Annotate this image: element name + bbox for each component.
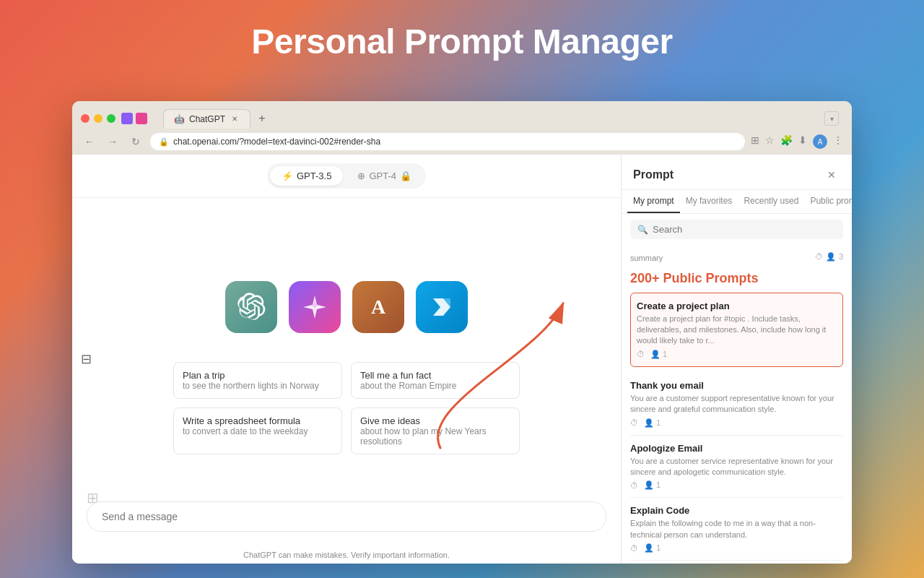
prompt-panel: Prompt ✕ My prompt My favorites Recently… <box>621 155 852 564</box>
traffic-lights <box>81 114 116 123</box>
new-tab-btn[interactable]: + <box>252 108 272 129</box>
window-control[interactable]: ▾ <box>824 111 839 126</box>
back-btn[interactable]: ← <box>81 133 98 150</box>
browser-action-icons: ⊞ ☆ 🧩 ⬇ A ⋮ <box>751 134 843 149</box>
prompt-item-title: Thank you email <box>630 380 843 391</box>
prompt-card-trip[interactable]: Plan a trip to see the northern lights i… <box>173 362 342 399</box>
bookmark-icon[interactable]: ☆ <box>765 134 775 149</box>
gpt4-icon: ⊕ <box>357 171 365 181</box>
reader-icon[interactable]: ⊞ <box>751 134 759 149</box>
tab-public-prompt[interactable]: Public prompt <box>804 190 852 213</box>
page-title-section: Personal Prompt Manager <box>0 0 924 76</box>
anthropic-app-icon: A <box>352 281 404 333</box>
user-icon: 👤 1 <box>650 350 667 359</box>
clock-icon: ⏱ <box>630 418 638 427</box>
browser-addressbar: ← → ↻ 🔒 chat.openai.com/?model=text-davi… <box>72 129 852 155</box>
chatgpt-header: ⊟ ⚡ GPT-3.5 ⊕ GPT-4 🔒 <box>72 155 621 198</box>
prompt-item-meta: ⏱ 👤 1 <box>630 418 843 428</box>
message-input[interactable] <box>87 501 606 532</box>
section-user-icon: 👤 <box>826 252 836 262</box>
url-text: chat.openai.com/?model=text-davinci-002#… <box>173 137 380 147</box>
prompt-item-project-plan[interactable]: Create a project plan Create a project p… <box>630 293 843 367</box>
page-title: Personal Prompt Manager <box>0 22 924 61</box>
prompt-item-desc: You are a customer service representativ… <box>630 456 843 478</box>
profile-icon[interactable]: A <box>813 134 827 149</box>
gpt35-tab[interactable]: ⚡ GPT-3.5 <box>270 166 343 186</box>
prompt-cards-row-2: Write a spreadsheet formula to convert a… <box>173 407 520 454</box>
maximize-traffic-light[interactable] <box>107 114 116 123</box>
prompt-item-desc: Create a project plan for #topic . Inclu… <box>637 314 837 347</box>
prompt-close-btn[interactable]: ✕ <box>823 166 840 184</box>
ext-icon-1 <box>121 113 133 124</box>
clock-icon: ⏱ <box>630 481 638 490</box>
prompt-search-container: 🔍 <box>622 214 852 245</box>
browser-tabs: 🤖 ChatGPT ✕ + <box>163 108 272 129</box>
search-input[interactable] <box>653 224 836 235</box>
browser-chrome: 🤖 ChatGPT ✕ + ▾ ← → ↻ 🔒 chat.openai.com/… <box>72 101 852 155</box>
prompt-cards-section: Plan a trip to see the northern lights i… <box>173 362 520 463</box>
prompt-panel-header: Prompt ✕ <box>622 155 852 190</box>
prompt-item-apologize[interactable]: Apologize Email You are a customer servi… <box>630 436 843 499</box>
public-prompts-badge: 200+ Public Prompts <box>630 268 843 293</box>
minimize-traffic-light[interactable] <box>94 114 103 123</box>
tab-my-favorites[interactable]: My favorites <box>680 190 738 213</box>
prompt-item-title: Explain Code <box>630 505 843 516</box>
user-icon: 👤 1 <box>644 418 661 428</box>
chatgpt-footer: ChatGPT can make mistakes. Verify import… <box>72 546 621 564</box>
clock-icon: ⏱ <box>637 350 645 358</box>
menu-icon[interactable]: ⋮ <box>833 134 843 149</box>
user-icon: 👤 1 <box>644 543 661 553</box>
gemini-app-icon <box>289 281 341 333</box>
search-icon: 🔍 <box>637 225 648 235</box>
tab-close-btn[interactable]: ✕ <box>230 114 240 124</box>
app-icons-row: A <box>225 281 468 333</box>
browser-content: ⊟ ⚡ GPT-3.5 ⊕ GPT-4 🔒 <box>72 155 852 564</box>
gpt4-tab[interactable]: ⊕ GPT-4 🔒 <box>346 166 423 186</box>
section-clock-icon: ⏱ <box>815 252 823 261</box>
prompt-item-thank-you[interactable]: Thank you email You are a customer suppo… <box>630 373 843 436</box>
prompt-list: summary ⏱ 👤 3 200+ Public Prompts Create… <box>622 245 852 564</box>
gpt4-lock-icon: 🔒 <box>400 171 411 181</box>
chatgpt-body: A Plan a trip to see the northe <box>72 198 621 546</box>
chatgpt-main: ⊟ ⚡ GPT-3.5 ⊕ GPT-4 🔒 <box>72 155 621 564</box>
tab-my-prompt[interactable]: My prompt <box>627 190 680 213</box>
chatgpt-tab[interactable]: 🤖 ChatGPT ✕ <box>163 109 250 129</box>
model-selector: ⚡ GPT-3.5 ⊕ GPT-4 🔒 <box>267 163 426 189</box>
close-traffic-light[interactable] <box>81 114 90 123</box>
user-icon: 👤 1 <box>644 480 661 490</box>
section-count: 3 <box>839 252 843 261</box>
lock-icon: 🔒 <box>159 137 169 147</box>
section-row: summary ⏱ 👤 3 <box>630 245 843 268</box>
search-input-wrapper: 🔍 <box>630 220 843 239</box>
tab-favicon: 🤖 <box>174 114 185 124</box>
refresh-btn[interactable]: ↻ <box>127 133 144 150</box>
clock-icon: ⏱ <box>630 544 638 553</box>
azure-app-icon <box>416 281 468 333</box>
prompt-item-desc: Explain the following code to me in a wa… <box>630 518 843 540</box>
gpt35-icon: ⚡ <box>282 171 293 181</box>
prompt-card-spreadsheet[interactable]: Write a spreadsheet formula to convert a… <box>173 407 342 454</box>
browser-window: 🤖 ChatGPT ✕ + ▾ ← → ↻ 🔒 chat.openai.com/… <box>72 101 852 564</box>
prompt-card-ideas[interactable]: Give me ideas about how to plan my New Y… <box>351 407 520 454</box>
prompt-item-meta: ⏱ 👤 1 <box>630 480 843 490</box>
prompt-card-funfact[interactable]: Tell me a fun fact about the Roman Empir… <box>351 362 520 399</box>
prompt-item-desc: You are a customer support representativ… <box>630 393 843 415</box>
tab-title: ChatGPT <box>189 114 225 124</box>
ext-icon-2 <box>136 113 147 124</box>
prompt-cards-row-1: Plan a trip to see the northern lights i… <box>173 362 520 399</box>
browser-titlebar: 🤖 ChatGPT ✕ + ▾ <box>72 101 852 129</box>
tab-recently-used[interactable]: Recently used <box>738 190 804 213</box>
forward-btn[interactable]: → <box>104 133 121 150</box>
prompt-item-meta: ⏱ 👤 1 <box>637 350 837 359</box>
footer-text: ChatGPT can make mistakes. Verify import… <box>243 551 450 559</box>
address-bar[interactable]: 🔒 chat.openai.com/?model=text-davinci-00… <box>150 133 745 150</box>
prompt-item-title: Apologize Email <box>630 443 843 454</box>
extensions-icon[interactable]: 🧩 <box>780 134 793 149</box>
gpt35-label: GPT-3.5 <box>297 171 331 181</box>
prompt-item-explain-code[interactable]: Explain Code Explain the following code … <box>630 498 843 561</box>
tab-extensions <box>121 113 147 124</box>
section-meta: ⏱ 👤 3 <box>815 252 843 262</box>
prompt-item-action-list[interactable]: Generate Action List I want you to act a… <box>630 561 843 564</box>
section-label: summary <box>630 248 663 265</box>
download-icon[interactable]: ⬇ <box>798 134 807 149</box>
